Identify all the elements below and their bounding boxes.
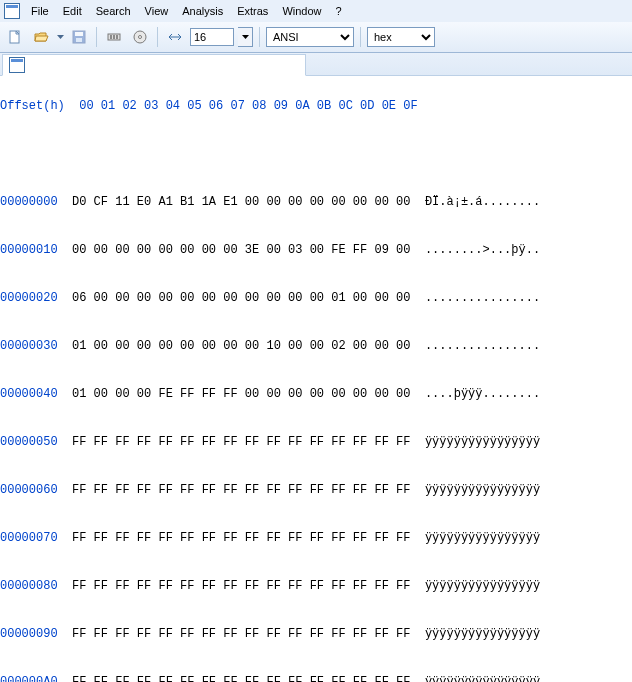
hex-bytes[interactable]: 00 00 00 00 00 00 00 00 3E 00 03 00 FE F… <box>72 243 410 257</box>
svg-rect-6 <box>113 35 115 39</box>
hex-bytes[interactable]: FF FF FF FF FF FF FF FF FF FF FF FF FF F… <box>72 579 410 593</box>
toolbar-separator <box>360 27 361 47</box>
new-button[interactable] <box>4 26 26 48</box>
hex-bytes[interactable]: FF FF FF FF FF FF FF FF FF FF FF FF FF F… <box>72 627 410 641</box>
hex-row[interactable]: 00000080 FF FF FF FF FF FF FF FF FF FF F… <box>0 578 632 594</box>
hex-row[interactable]: 00000010 00 00 00 00 00 00 00 00 3E 00 0… <box>0 242 632 258</box>
hex-ascii[interactable]: ....þÿÿÿ........ <box>425 387 540 401</box>
open-ram-button[interactable] <box>103 26 125 48</box>
menu-bar: File Edit Search View Analysis Extras Wi… <box>0 0 632 22</box>
open-dropdown-icon[interactable] <box>56 35 64 39</box>
file-icon <box>9 57 25 73</box>
hex-ascii[interactable]: ÿÿÿÿÿÿÿÿÿÿÿÿÿÿÿÿ <box>425 579 540 593</box>
hex-row[interactable]: 00000000 D0 CF 11 E0 A1 B1 1A E1 00 00 0… <box>0 194 632 210</box>
toolbar-separator <box>96 27 97 47</box>
hex-offset: 000000A0 <box>0 675 58 682</box>
menu-extras[interactable]: Extras <box>231 4 274 18</box>
file-tab[interactable] <box>2 54 306 76</box>
hex-bytes[interactable]: FF FF FF FF FF FF FF FF FF FF FF FF FF F… <box>72 675 410 682</box>
hex-ascii[interactable]: ÿÿÿÿÿÿÿÿÿÿÿÿÿÿÿÿ <box>425 675 540 682</box>
ram-icon <box>106 29 122 45</box>
svg-rect-7 <box>116 35 118 39</box>
hex-row[interactable]: 00000020 06 00 00 00 00 00 00 00 00 00 0… <box>0 290 632 306</box>
hex-bytes[interactable]: 01 00 00 00 FE FF FF FF 00 00 00 00 00 0… <box>72 387 410 401</box>
bytes-per-row-button[interactable] <box>164 26 186 48</box>
toolbar-separator <box>157 27 158 47</box>
svg-rect-2 <box>75 32 83 36</box>
hex-row[interactable]: 00000050 FF FF FF FF FF FF FF FF FF FF F… <box>0 434 632 450</box>
svg-point-9 <box>139 36 142 39</box>
toolbar: ANSI hex <box>0 22 632 53</box>
hex-bytes[interactable]: FF FF FF FF FF FF FF FF FF FF FF FF FF F… <box>72 531 410 545</box>
open-disk-button[interactable] <box>129 26 151 48</box>
hex-offset: 00000010 <box>0 243 58 257</box>
menu-help[interactable]: ? <box>330 4 348 18</box>
hex-ascii[interactable]: ........>...þÿ.. <box>425 243 540 257</box>
hex-header: Offset(h) 00 01 02 03 04 05 06 07 08 09 … <box>0 98 632 114</box>
disk-icon <box>132 29 148 45</box>
hex-ascii[interactable]: ÿÿÿÿÿÿÿÿÿÿÿÿÿÿÿÿ <box>425 531 540 545</box>
hex-ascii[interactable]: ................ <box>425 339 540 353</box>
width-icon <box>167 29 183 45</box>
hex-row[interactable]: 00000030 01 00 00 00 00 00 00 00 00 10 0… <box>0 338 632 354</box>
save-icon <box>71 29 87 45</box>
open-button[interactable] <box>30 26 52 48</box>
hex-offset: 00000060 <box>0 483 58 497</box>
hex-ascii[interactable]: ................ <box>425 291 540 305</box>
menu-edit[interactable]: Edit <box>57 4 88 18</box>
menu-search[interactable]: Search <box>90 4 137 18</box>
hex-ascii[interactable]: ÿÿÿÿÿÿÿÿÿÿÿÿÿÿÿÿ <box>425 483 540 497</box>
hex-offset: 00000080 <box>0 579 58 593</box>
tab-strip <box>0 53 632 76</box>
new-file-icon <box>7 29 23 45</box>
hex-offset: 00000020 <box>0 291 58 305</box>
hex-bytes[interactable]: FF FF FF FF FF FF FF FF FF FF FF FF FF F… <box>72 435 410 449</box>
open-folder-icon <box>33 29 49 45</box>
menu-view[interactable]: View <box>139 4 175 18</box>
svg-rect-5 <box>110 35 112 39</box>
hex-bytes[interactable]: D0 CF 11 E0 A1 B1 1A E1 00 00 00 00 00 0… <box>72 195 410 209</box>
hex-row[interactable]: 00000090 FF FF FF FF FF FF FF FF FF FF F… <box>0 626 632 642</box>
hex-offset: 00000050 <box>0 435 58 449</box>
charset-select[interactable]: ANSI <box>266 27 354 47</box>
hex-offset: 00000030 <box>0 339 58 353</box>
hex-ascii[interactable]: ÿÿÿÿÿÿÿÿÿÿÿÿÿÿÿÿ <box>425 435 540 449</box>
toolbar-separator <box>259 27 260 47</box>
hex-blank-line <box>0 146 632 162</box>
hex-row[interactable]: 00000060 FF FF FF FF FF FF FF FF FF FF F… <box>0 482 632 498</box>
hex-bytes[interactable]: FF FF FF FF FF FF FF FF FF FF FF FF FF F… <box>72 483 410 497</box>
hex-row[interactable]: 000000A0 FF FF FF FF FF FF FF FF FF FF F… <box>0 674 632 682</box>
menu-window[interactable]: Window <box>276 4 327 18</box>
hex-row[interactable]: 00000070 FF FF FF FF FF FF FF FF FF FF F… <box>0 530 632 546</box>
hex-offset: 00000070 <box>0 531 58 545</box>
base-select[interactable]: hex <box>367 27 435 47</box>
hex-view[interactable]: Offset(h) 00 01 02 03 04 05 06 07 08 09 … <box>0 76 632 682</box>
hex-bytes[interactable]: 01 00 00 00 00 00 00 00 00 10 00 00 02 0… <box>72 339 410 353</box>
app-icon <box>4 3 20 19</box>
hex-offset: 00000000 <box>0 195 58 209</box>
menu-file[interactable]: File <box>25 4 55 18</box>
hex-row[interactable]: 00000040 01 00 00 00 FE FF FF FF 00 00 0… <box>0 386 632 402</box>
hex-bytes[interactable]: 06 00 00 00 00 00 00 00 00 00 00 00 01 0… <box>72 291 410 305</box>
hex-offset: 00000040 <box>0 387 58 401</box>
svg-rect-3 <box>76 38 82 42</box>
hex-ascii[interactable]: ÐÏ.à¡±.á........ <box>425 195 540 209</box>
hex-offset: 00000090 <box>0 627 58 641</box>
menu-analysis[interactable]: Analysis <box>176 4 229 18</box>
hex-ascii[interactable]: ÿÿÿÿÿÿÿÿÿÿÿÿÿÿÿÿ <box>425 627 540 641</box>
bytes-per-row-input[interactable] <box>190 28 234 46</box>
bytes-per-row-dropdown-icon[interactable] <box>238 27 253 47</box>
save-button[interactable] <box>68 26 90 48</box>
